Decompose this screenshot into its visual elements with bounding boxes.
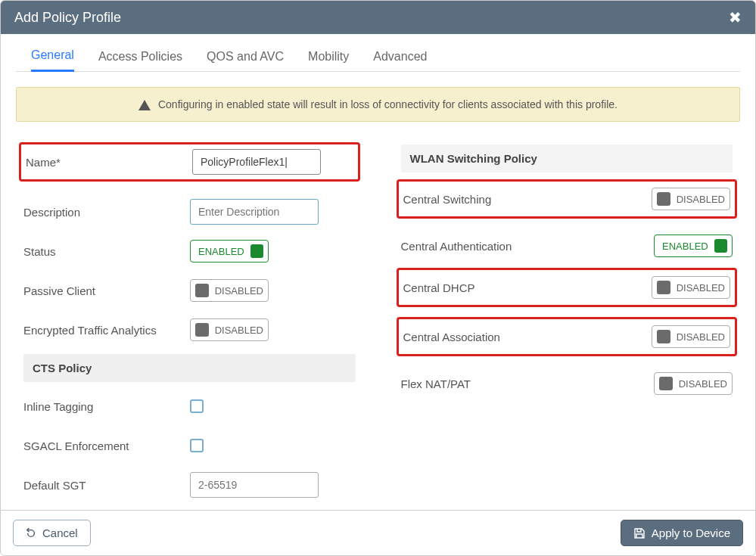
save-icon xyxy=(633,527,646,539)
cancel-label: Cancel xyxy=(42,526,78,539)
passive-toggle-label: DISABLED xyxy=(215,285,263,297)
flex-nat-label: Flex NAT/PAT xyxy=(401,377,575,390)
tab-general[interactable]: General xyxy=(31,48,74,72)
name-row-highlight: Name* xyxy=(19,142,360,182)
tab-access-policies[interactable]: Access Policies xyxy=(98,50,182,71)
description-input[interactable] xyxy=(190,199,319,225)
apply-button[interactable]: Apply to Device xyxy=(621,520,743,546)
eta-row: Encrypted Traffic Analytics DISABLED xyxy=(23,315,356,345)
central-auth-row: Central Authentication ENABLED xyxy=(401,231,733,261)
central-assoc-highlight: Central Association DISABLED xyxy=(397,317,738,356)
toggle-knob xyxy=(657,330,670,343)
central-auth-toggle[interactable]: ENABLED xyxy=(654,235,733,257)
central-auth-toggle-label: ENABLED xyxy=(662,241,708,252)
tab-advanced[interactable]: Advanced xyxy=(373,50,427,71)
toggle-knob xyxy=(659,377,673,390)
default-sgt-row: Default SGT xyxy=(23,470,356,500)
default-sgt-input[interactable] xyxy=(190,472,319,498)
toggle-knob xyxy=(195,323,209,337)
tab-bar: General Access Policies QOS and AVC Mobi… xyxy=(16,42,740,72)
description-row: Description xyxy=(23,197,356,227)
name-row: Name* xyxy=(26,147,353,177)
right-column: WLAN Switching Policy Central Switching … xyxy=(401,144,733,500)
name-label: Name* xyxy=(26,156,192,169)
inline-tagging-label: Inline Tagging xyxy=(23,400,190,413)
passive-row: Passive Client DISABLED xyxy=(23,275,356,306)
modal-title: Add Policy Profile xyxy=(14,10,121,26)
apply-label: Apply to Device xyxy=(652,526,730,539)
flex-nat-row: Flex NAT/PAT DISABLED xyxy=(401,368,733,399)
central-switching-toggle-label: DISABLED xyxy=(677,194,725,205)
close-icon[interactable]: ✖ xyxy=(729,8,742,26)
form-columns: Name* Description Status xyxy=(16,144,740,500)
passive-toggle[interactable]: DISABLED xyxy=(190,279,269,302)
toggle-knob xyxy=(250,244,263,258)
central-dhcp-label: Central DHCP xyxy=(403,281,577,294)
sgacl-checkbox[interactable] xyxy=(190,439,204,452)
modal-header: Add Policy Profile ✖ xyxy=(1,1,755,34)
undo-icon xyxy=(26,528,36,539)
eta-toggle[interactable]: DISABLED xyxy=(190,318,269,341)
modal-footer: Cancel Apply to Device xyxy=(1,510,755,555)
status-toggle-label: ENABLED xyxy=(198,246,244,257)
cts-policy-header: CTS Policy xyxy=(23,354,356,382)
name-input[interactable] xyxy=(192,149,321,175)
inline-tagging-row: Inline Tagging xyxy=(23,391,356,421)
wlan-switching-header: WLAN Switching Policy xyxy=(401,144,733,172)
inline-tagging-checkbox[interactable] xyxy=(190,399,204,413)
warning-icon xyxy=(138,100,151,110)
description-label: Description xyxy=(23,206,190,219)
toggle-knob xyxy=(657,281,670,294)
sgacl-label: SGACL Enforcement xyxy=(23,440,190,452)
central-switching-label: Central Switching xyxy=(403,193,577,206)
tab-mobility[interactable]: Mobility xyxy=(308,50,349,71)
central-dhcp-toggle-label: DISABLED xyxy=(677,282,725,294)
central-dhcp-row: Central DHCP DISABLED xyxy=(403,272,731,303)
sgacl-row: SGACL Enforcement xyxy=(23,430,356,461)
central-assoc-toggle-label: DISABLED xyxy=(677,331,725,343)
toggle-knob xyxy=(657,192,670,206)
warning-text: Configuring in enabled state will result… xyxy=(158,98,618,110)
cancel-button[interactable]: Cancel xyxy=(13,520,91,546)
status-toggle[interactable]: ENABLED xyxy=(190,240,269,262)
flex-nat-toggle-label: DISABLED xyxy=(679,378,727,390)
central-auth-label: Central Authentication xyxy=(401,240,575,253)
central-dhcp-toggle[interactable]: DISABLED xyxy=(652,276,730,299)
status-label: Status xyxy=(23,245,190,258)
modal-body: General Access Policies QOS and AVC Mobi… xyxy=(1,34,755,510)
central-switching-toggle[interactable]: DISABLED xyxy=(652,188,730,210)
central-switching-row: Central Switching DISABLED xyxy=(403,184,731,214)
tab-qos-avc[interactable]: QOS and AVC xyxy=(207,50,284,71)
central-assoc-row: Central Association DISABLED xyxy=(403,321,731,352)
toggle-knob xyxy=(195,284,209,297)
toggle-knob xyxy=(714,239,727,253)
flex-nat-toggle[interactable]: DISABLED xyxy=(654,372,733,395)
eta-label: Encrypted Traffic Analytics xyxy=(23,324,190,337)
central-switching-highlight: Central Switching DISABLED xyxy=(397,179,738,219)
modal: Add Policy Profile ✖ General Access Poli… xyxy=(0,0,756,556)
passive-label: Passive Client xyxy=(23,284,190,297)
default-sgt-label: Default SGT xyxy=(23,479,190,492)
status-row: Status ENABLED xyxy=(23,236,356,266)
central-assoc-label: Central Association xyxy=(403,331,577,343)
left-column: Name* Description Status xyxy=(23,144,356,500)
central-dhcp-highlight: Central DHCP DISABLED xyxy=(397,268,738,307)
warning-banner: Configuring in enabled state will result… xyxy=(16,87,740,122)
central-assoc-toggle[interactable]: DISABLED xyxy=(652,325,730,348)
eta-toggle-label: DISABLED xyxy=(215,325,263,336)
